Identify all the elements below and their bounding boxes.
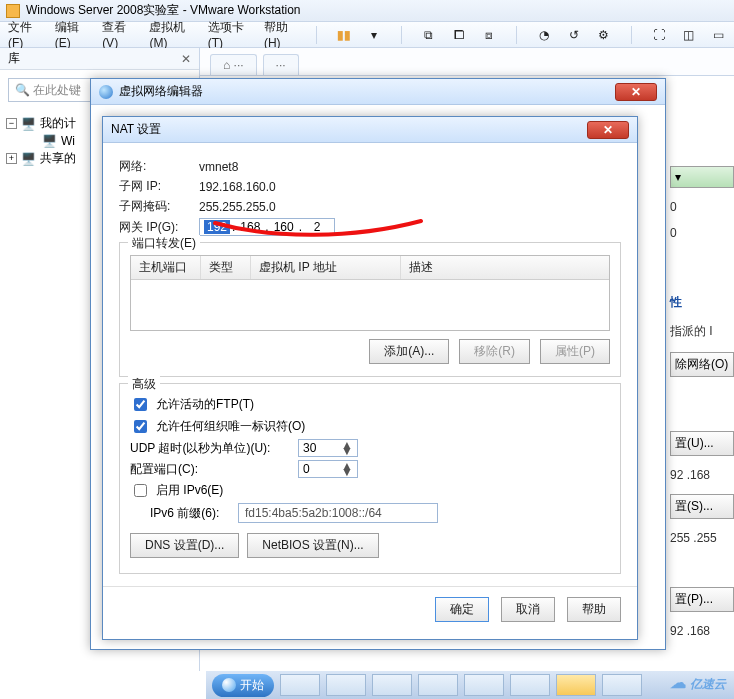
- taskbar-item[interactable]: [372, 674, 412, 696]
- library-title: 库: [8, 50, 20, 67]
- config-port-input[interactable]: 0▲▼: [298, 460, 358, 478]
- allow-active-ftp-checkbox[interactable]: 允许活动的FTP(T): [130, 395, 610, 414]
- computer-icon: 🖥️: [21, 117, 36, 131]
- gateway-ip-input[interactable]: 192. 168. 160. 2: [199, 218, 335, 236]
- taskbar-item[interactable]: [602, 674, 642, 696]
- adv-title: 高级: [128, 376, 160, 393]
- properties-button: 属性(P): [540, 339, 610, 364]
- close-button[interactable]: ✕: [615, 83, 657, 101]
- separator: [631, 26, 632, 44]
- subnet-value: 192.168.160.0: [199, 180, 276, 194]
- separator: [401, 26, 402, 44]
- revert-icon[interactable]: ↺: [567, 26, 581, 44]
- network-label: 网络:: [119, 158, 191, 175]
- dropdown-partial[interactable]: ▾: [670, 166, 734, 188]
- console-icon[interactable]: ▭: [712, 26, 726, 44]
- vm-icon: 🖥️: [42, 134, 57, 148]
- ipv6-prefix-label: IPv6 前缀(6):: [150, 505, 230, 522]
- th-desc[interactable]: 描述: [401, 256, 609, 279]
- menu-file[interactable]: 文件(F): [8, 19, 39, 50]
- watermark: ☁ 亿速云: [670, 673, 726, 693]
- nat-title: NAT 设置: [111, 121, 161, 138]
- hint-text: 指派的 I: [670, 323, 734, 340]
- add-button[interactable]: 添加(A)...: [369, 339, 449, 364]
- settings-icon[interactable]: ⚙: [597, 26, 611, 44]
- taskbar-item[interactable]: [326, 674, 366, 696]
- menu-tabs[interactable]: 选项卡(T): [208, 19, 248, 50]
- network-icon: [99, 85, 113, 99]
- help-button[interactable]: 帮助: [567, 597, 621, 622]
- dropdown-icon[interactable]: ▾: [367, 26, 381, 44]
- remove-button: 移除(R): [459, 339, 530, 364]
- collapse-icon[interactable]: −: [6, 118, 17, 129]
- menu-vm[interactable]: 虚拟机(M): [149, 19, 191, 50]
- snapshot-icon[interactable]: ⧉: [422, 26, 436, 44]
- properties-header-partial: 性: [670, 294, 734, 311]
- menu-help[interactable]: 帮助(H): [264, 19, 296, 50]
- ip-seg-2[interactable]: 168: [237, 220, 263, 234]
- close-icon[interactable]: ✕: [181, 52, 191, 66]
- ok-button[interactable]: 确定: [435, 597, 489, 622]
- search-icon: 🔍: [15, 83, 30, 97]
- app-title: Windows Server 2008实验室 - VMware Workstat…: [26, 2, 301, 19]
- tab-vm[interactable]: ···: [263, 54, 299, 75]
- taskbar-item[interactable]: [418, 674, 458, 696]
- allow-any-oui-checkbox[interactable]: 允许任何组织唯一标识符(O): [130, 417, 610, 436]
- udp-timeout-label: UDP 超时(以秒为单位)(U):: [130, 440, 290, 457]
- config-port-label: 配置端口(C):: [130, 461, 290, 478]
- subnet-label: 子网 IP:: [119, 178, 191, 195]
- th-hostport[interactable]: 主机端口: [131, 256, 201, 279]
- shared-icon: 🖥️: [21, 152, 36, 166]
- port-forward-table[interactable]: 主机端口 类型 虚拟机 IP 地址 描述: [130, 255, 610, 331]
- enable-ipv6-checkbox[interactable]: 启用 IPv6(E): [130, 481, 610, 500]
- settings-btn-p-partial[interactable]: 置(P)...: [670, 587, 734, 612]
- search-placeholder: 在此处键: [33, 82, 81, 99]
- ipv6-prefix-input: fd15:4ba5:5a2b:1008::/64: [238, 503, 438, 523]
- nat-settings-dialog: NAT 设置 ✕ 网络:vmnet8 子网 IP:192.168.160.0 子…: [102, 116, 638, 640]
- taskbar-item-active[interactable]: [556, 674, 596, 696]
- dns-settings-button[interactable]: DNS 设置(D)...: [130, 533, 239, 558]
- advanced-group: 高级 允许活动的FTP(T) 允许任何组织唯一标识符(O) UDP 超时(以秒为…: [119, 383, 621, 574]
- network-value: vmnet8: [199, 160, 238, 174]
- udp-timeout-input[interactable]: 30▲▼: [298, 439, 358, 457]
- menubar: 文件(F) 编辑(E) 查看(V) 虚拟机(M) 选项卡(T) 帮助(H) ▮▮…: [0, 22, 734, 48]
- screenshot-icon[interactable]: ⧠: [452, 26, 466, 44]
- remove-network-btn-partial[interactable]: 除网络(O): [670, 352, 734, 377]
- settings-btn-u-partial[interactable]: 置(U)...: [670, 431, 734, 456]
- taskbar-item[interactable]: [510, 674, 550, 696]
- vmware-icon: [6, 4, 20, 18]
- separator: [316, 26, 317, 44]
- ip-seg-1[interactable]: 192: [204, 220, 230, 234]
- menu-view[interactable]: 查看(V): [102, 19, 133, 50]
- separator: [516, 26, 517, 44]
- start-button[interactable]: 开始: [212, 674, 274, 697]
- ip-seg-3[interactable]: 160: [271, 220, 297, 234]
- cancel-button[interactable]: 取消: [501, 597, 555, 622]
- fullscreen-icon[interactable]: ⛶: [652, 26, 666, 44]
- menu-edit[interactable]: 编辑(E): [55, 19, 86, 50]
- port-forwarding-group: 端口转发(E) 主机端口 类型 虚拟机 IP 地址 描述 添加(A)... 移除…: [119, 242, 621, 377]
- ip-seg-4[interactable]: 2: [304, 220, 330, 234]
- settings-btn-s-partial[interactable]: 置(S)...: [670, 494, 734, 519]
- tab-home[interactable]: ⌂ ···: [210, 54, 257, 75]
- tabstrip: ⌂ ··· ···: [200, 48, 734, 76]
- guest-taskbar: 开始: [206, 671, 734, 699]
- mask-label: 子网掩码:: [119, 198, 191, 215]
- th-vmip[interactable]: 虚拟机 IP 地址: [251, 256, 401, 279]
- mask-value: 255.255.255.0: [199, 200, 276, 214]
- pf-title: 端口转发(E): [128, 235, 200, 252]
- taskbar-item[interactable]: [464, 674, 504, 696]
- taskbar-item[interactable]: [280, 674, 320, 696]
- netbios-settings-button[interactable]: NetBIOS 设置(N)...: [247, 533, 378, 558]
- pause-icon[interactable]: ▮▮: [337, 26, 351, 44]
- th-type[interactable]: 类型: [201, 256, 251, 279]
- vne-title: 虚拟网络编辑器: [119, 83, 203, 100]
- manage-icon[interactable]: ⧈: [482, 26, 496, 44]
- close-button[interactable]: ✕: [587, 121, 629, 139]
- gateway-label: 网关 IP(G):: [119, 219, 191, 236]
- expand-icon[interactable]: +: [6, 153, 17, 164]
- obscured-right-panel: ▾ 0 0 性 指派的 I 除网络(O) 置(U)... 92 .168 置(S…: [670, 166, 734, 699]
- clock-icon[interactable]: ◔: [537, 26, 551, 44]
- windows-orb-icon: [222, 678, 236, 692]
- unity-icon[interactable]: ◫: [682, 26, 696, 44]
